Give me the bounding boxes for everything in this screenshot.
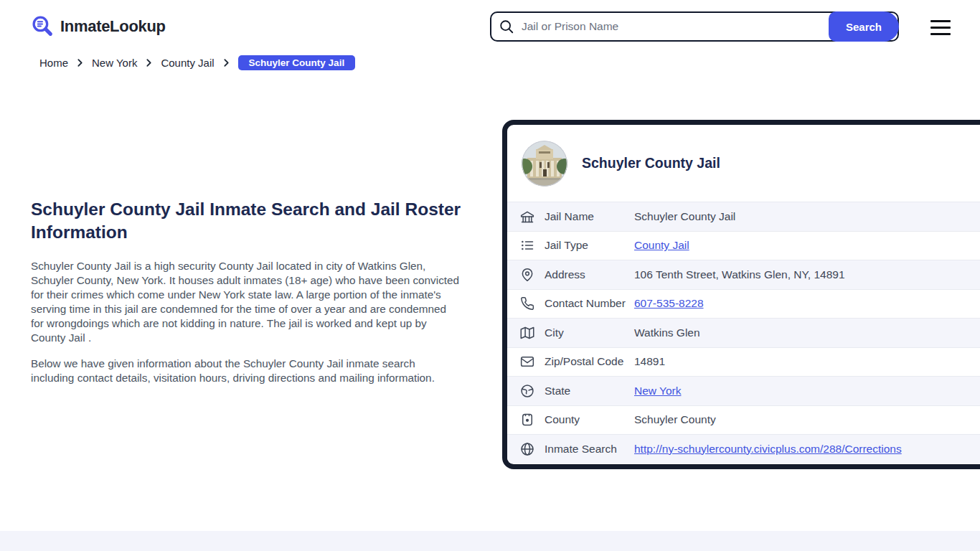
breadcrumb-state[interactable]: New York [92,57,137,69]
row-label: State [545,385,634,397]
brand-name: InmateLookup [60,17,166,36]
breadcrumb: Home New York County Jail Schuyler Count… [39,55,355,70]
row-value: 14891 [634,355,665,368]
row-label: Inmate Search [545,443,634,456]
breadcrumb-jail-type[interactable]: County Jail [161,57,214,69]
row-label: Contact Number [545,297,634,310]
map-icon [520,326,534,340]
breadcrumb-home[interactable]: Home [39,57,68,69]
globe-icon [520,384,534,398]
jail-card-title: Schuyler County Jail [582,155,720,171]
search-icon [499,19,514,34]
jail-info-card: Schuyler County Jail Jail NameSchuyler C… [502,120,980,469]
row-value-link[interactable]: County Jail [634,239,689,252]
county-map-icon [520,413,534,427]
magnifier-logo-icon [31,14,55,38]
list-icon [520,238,534,253]
table-row: CountySchuyler County [507,405,980,435]
table-row: StateNew York [507,376,980,405]
footer-strip [0,531,980,551]
search-bar: Search [490,11,899,42]
brand-logo[interactable]: InmateLookup [31,14,166,38]
bank-icon [520,209,534,224]
row-label: Jail Type [545,239,634,252]
phone-icon [520,296,534,311]
search-button[interactable]: Search [829,11,899,42]
table-row: Address106 Tenth Street, Watkins Glen, N… [507,260,980,289]
row-label: City [545,326,634,339]
table-row: Jail NameSchuyler County Jail [507,202,980,231]
table-row: Jail TypeCounty Jail [507,231,980,260]
table-row: Inmate Searchhttp://ny-schuylercounty.ci… [507,434,980,463]
chevron-right-icon [144,58,154,67]
jail-building-photo [522,141,567,187]
row-value-link[interactable]: http://ny-schuylercounty.civicplus.com/2… [634,443,902,456]
card-header: Schuyler County Jail [507,125,980,202]
web-globe-icon [520,442,534,456]
article-intro: Schuyler County Jail Inmate Search and J… [31,198,461,397]
table-row: CityWatkins Glen [507,318,980,347]
row-value-link[interactable]: New York [634,385,681,397]
row-value: Watkins Glen [634,326,700,339]
row-label: County [545,413,634,426]
row-value: Schuyler County [634,413,716,426]
intro-paragraph: Schuyler County Jail is a high security … [31,259,461,345]
chevron-right-icon [75,58,85,67]
row-label: Zip/Postal Code [545,355,634,368]
breadcrumb-current-badge: Schuyler County Jail [238,55,356,70]
row-label: Jail Name [545,210,634,223]
row-label: Address [545,268,634,281]
row-value: Schuyler County Jail [634,210,735,223]
map-pin-icon [520,268,534,282]
menu-hamburger-icon[interactable] [930,20,951,35]
intro-paragraph: Below we have given information about th… [31,357,461,385]
mail-icon [520,354,534,369]
chevron-right-icon [222,58,231,67]
page-title: Schuyler County Jail Inmate Search and J… [31,198,461,244]
row-value: 106 Tenth Street, Watkins Glen, NY, 1489… [634,268,845,281]
table-row: Zip/Postal Code14891 [507,347,980,377]
table-row: Contact Number607-535-8228 [507,289,980,319]
row-value-link[interactable]: 607-535-8228 [634,297,704,310]
jail-info-table: Jail NameSchuyler County JailJail TypeCo… [507,202,980,463]
